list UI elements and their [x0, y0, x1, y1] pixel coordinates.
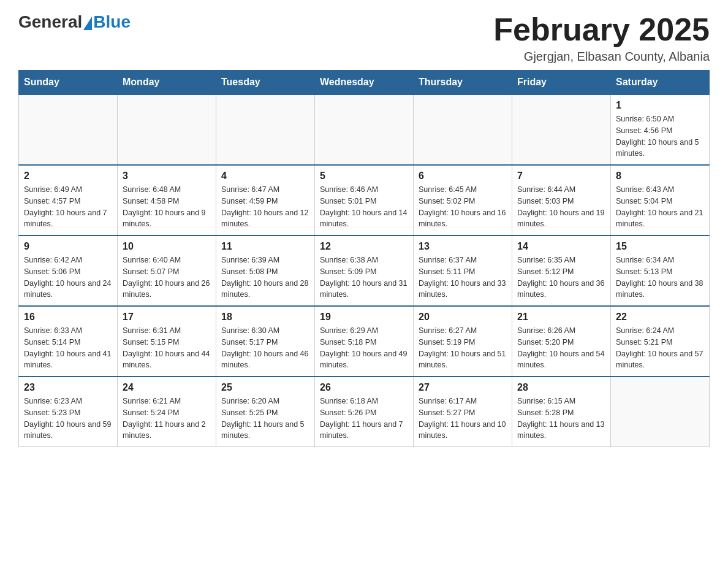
logo-arrow-icon: [83, 17, 92, 30]
day-number: 25: [221, 382, 309, 393]
calendar-cell: 20Sunrise: 6:27 AMSunset: 5:19 PMDayligh…: [414, 306, 512, 377]
day-number: 12: [320, 241, 408, 252]
calendar-cell: 27Sunrise: 6:17 AMSunset: 5:27 PMDayligh…: [414, 377, 512, 447]
day-number: 15: [616, 241, 704, 252]
calendar-table: SundayMondayTuesdayWednesdayThursdayFrid…: [18, 70, 710, 447]
calendar-cell: 11Sunrise: 6:39 AMSunset: 5:08 PMDayligh…: [216, 236, 315, 306]
day-info: Sunrise: 6:27 AMSunset: 5:19 PMDaylight:…: [419, 325, 507, 371]
calendar-cell: 18Sunrise: 6:30 AMSunset: 5:17 PMDayligh…: [216, 306, 315, 377]
calendar-cell: 14Sunrise: 6:35 AMSunset: 5:12 PMDayligh…: [512, 236, 611, 306]
calendar-cell: 7Sunrise: 6:44 AMSunset: 5:03 PMDaylight…: [512, 165, 611, 236]
day-info: Sunrise: 6:45 AMSunset: 5:02 PMDaylight:…: [419, 184, 507, 230]
day-info: Sunrise: 6:21 AMSunset: 5:24 PMDaylight:…: [123, 396, 211, 442]
day-number: 1: [616, 100, 704, 111]
calendar-week-3: 9Sunrise: 6:42 AMSunset: 5:06 PMDaylight…: [19, 236, 710, 306]
calendar-week-4: 16Sunrise: 6:33 AMSunset: 5:14 PMDayligh…: [19, 306, 710, 377]
day-number: 22: [616, 312, 704, 323]
day-info: Sunrise: 6:24 AMSunset: 5:21 PMDaylight:…: [616, 325, 704, 371]
calendar-header-friday: Friday: [512, 71, 611, 95]
calendar-cell: [512, 94, 611, 165]
day-info: Sunrise: 6:50 AMSunset: 4:56 PMDaylight:…: [616, 113, 704, 159]
calendar-cell: 9Sunrise: 6:42 AMSunset: 5:06 PMDaylight…: [19, 236, 118, 306]
day-info: Sunrise: 6:34 AMSunset: 5:13 PMDaylight:…: [616, 255, 704, 301]
day-number: 3: [123, 170, 211, 182]
day-number: 5: [320, 170, 408, 182]
calendar-week-1: 1Sunrise: 6:50 AMSunset: 4:56 PMDaylight…: [19, 94, 710, 165]
logo-blue-text: Blue: [93, 12, 131, 32]
logo-blue-part: Blue: [82, 12, 131, 32]
calendar-week-2: 2Sunrise: 6:49 AMSunset: 4:57 PMDaylight…: [19, 165, 710, 236]
day-number: 19: [320, 312, 408, 323]
calendar-cell: 25Sunrise: 6:20 AMSunset: 5:25 PMDayligh…: [216, 377, 315, 447]
day-number: 21: [517, 312, 605, 323]
calendar-cell: 3Sunrise: 6:48 AMSunset: 4:58 PMDaylight…: [118, 165, 216, 236]
calendar-cell: 1Sunrise: 6:50 AMSunset: 4:56 PMDaylight…: [611, 94, 710, 165]
day-number: 13: [419, 241, 507, 252]
day-info: Sunrise: 6:37 AMSunset: 5:11 PMDaylight:…: [419, 255, 507, 301]
day-info: Sunrise: 6:29 AMSunset: 5:18 PMDaylight:…: [320, 325, 408, 371]
day-number: 9: [24, 241, 112, 252]
day-number: 7: [517, 170, 605, 182]
calendar-header-tuesday: Tuesday: [216, 71, 315, 95]
day-info: Sunrise: 6:46 AMSunset: 5:01 PMDaylight:…: [320, 184, 408, 230]
calendar-cell: [315, 94, 414, 165]
calendar-cell: 17Sunrise: 6:31 AMSunset: 5:15 PMDayligh…: [118, 306, 216, 377]
calendar-week-5: 23Sunrise: 6:23 AMSunset: 5:23 PMDayligh…: [19, 377, 710, 447]
day-info: Sunrise: 6:44 AMSunset: 5:03 PMDaylight:…: [517, 184, 605, 230]
calendar-cell: 26Sunrise: 6:18 AMSunset: 5:26 PMDayligh…: [315, 377, 414, 447]
calendar-cell: 6Sunrise: 6:45 AMSunset: 5:02 PMDaylight…: [414, 165, 512, 236]
day-info: Sunrise: 6:31 AMSunset: 5:15 PMDaylight:…: [123, 325, 211, 371]
calendar-cell: 15Sunrise: 6:34 AMSunset: 5:13 PMDayligh…: [611, 236, 710, 306]
day-number: 17: [123, 312, 211, 323]
day-number: 28: [517, 382, 605, 393]
day-info: Sunrise: 6:23 AMSunset: 5:23 PMDaylight:…: [24, 396, 112, 442]
day-number: 18: [221, 312, 309, 323]
calendar-header-saturday: Saturday: [611, 71, 710, 95]
calendar-cell: 5Sunrise: 6:46 AMSunset: 5:01 PMDaylight…: [315, 165, 414, 236]
calendar-header-row: SundayMondayTuesdayWednesdayThursdayFrid…: [19, 71, 710, 95]
logo: General Blue: [18, 12, 131, 32]
day-info: Sunrise: 6:47 AMSunset: 4:59 PMDaylight:…: [221, 184, 309, 230]
day-info: Sunrise: 6:18 AMSunset: 5:26 PMDaylight:…: [320, 396, 408, 442]
day-info: Sunrise: 6:30 AMSunset: 5:17 PMDaylight:…: [221, 325, 309, 371]
day-number: 10: [123, 241, 211, 252]
calendar-cell: 10Sunrise: 6:40 AMSunset: 5:07 PMDayligh…: [118, 236, 216, 306]
day-info: Sunrise: 6:39 AMSunset: 5:08 PMDaylight:…: [221, 255, 309, 301]
calendar-cell: [118, 94, 216, 165]
day-info: Sunrise: 6:38 AMSunset: 5:09 PMDaylight:…: [320, 255, 408, 301]
day-number: 20: [419, 312, 507, 323]
calendar-cell: 22Sunrise: 6:24 AMSunset: 5:21 PMDayligh…: [611, 306, 710, 377]
title-section: February 2025 Gjergjan, Elbasan County, …: [493, 12, 710, 64]
day-number: 8: [616, 170, 704, 182]
day-info: Sunrise: 6:40 AMSunset: 5:07 PMDaylight:…: [123, 255, 211, 301]
calendar-cell: 28Sunrise: 6:15 AMSunset: 5:28 PMDayligh…: [512, 377, 611, 447]
calendar-cell: 13Sunrise: 6:37 AMSunset: 5:11 PMDayligh…: [414, 236, 512, 306]
calendar-cell: [19, 94, 118, 165]
day-info: Sunrise: 6:17 AMSunset: 5:27 PMDaylight:…: [419, 396, 507, 442]
day-number: 23: [24, 382, 112, 393]
day-info: Sunrise: 6:15 AMSunset: 5:28 PMDaylight:…: [517, 396, 605, 442]
calendar-cell: 8Sunrise: 6:43 AMSunset: 5:04 PMDaylight…: [611, 165, 710, 236]
calendar-cell: [414, 94, 512, 165]
day-number: 26: [320, 382, 408, 393]
calendar-cell: 23Sunrise: 6:23 AMSunset: 5:23 PMDayligh…: [19, 377, 118, 447]
day-info: Sunrise: 6:35 AMSunset: 5:12 PMDaylight:…: [517, 255, 605, 301]
calendar-header-sunday: Sunday: [19, 71, 118, 95]
calendar-cell: 21Sunrise: 6:26 AMSunset: 5:20 PMDayligh…: [512, 306, 611, 377]
calendar-header-monday: Monday: [118, 71, 216, 95]
calendar-cell: 24Sunrise: 6:21 AMSunset: 5:24 PMDayligh…: [118, 377, 216, 447]
day-number: 16: [24, 312, 112, 323]
calendar-header-thursday: Thursday: [414, 71, 512, 95]
day-info: Sunrise: 6:33 AMSunset: 5:14 PMDaylight:…: [24, 325, 112, 371]
calendar-cell: 2Sunrise: 6:49 AMSunset: 4:57 PMDaylight…: [19, 165, 118, 236]
day-number: 14: [517, 241, 605, 252]
calendar-cell: 4Sunrise: 6:47 AMSunset: 4:59 PMDaylight…: [216, 165, 315, 236]
day-number: 2: [24, 170, 112, 182]
day-info: Sunrise: 6:42 AMSunset: 5:06 PMDaylight:…: [24, 255, 112, 301]
day-number: 4: [221, 170, 309, 182]
calendar-title: February 2025: [493, 12, 710, 47]
day-number: 11: [221, 241, 309, 252]
day-number: 24: [123, 382, 211, 393]
day-info: Sunrise: 6:20 AMSunset: 5:25 PMDaylight:…: [221, 396, 309, 442]
calendar-cell: [216, 94, 315, 165]
